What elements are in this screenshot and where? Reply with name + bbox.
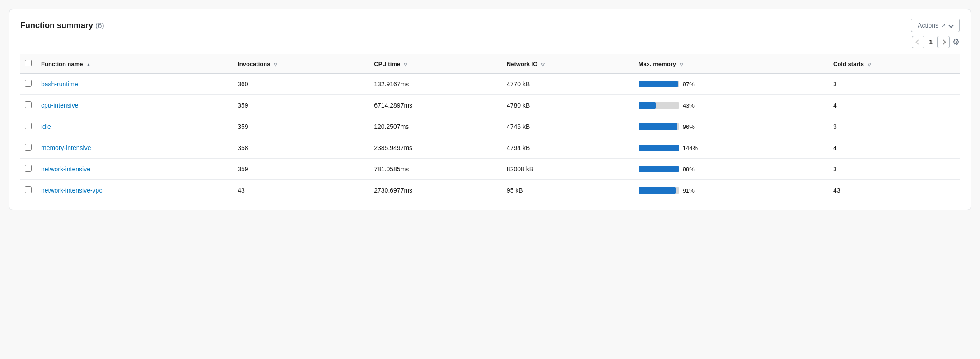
memory-bar-fill xyxy=(639,102,656,109)
table-row: bash-runtime360132.9167ms4770 kB97%3 xyxy=(20,74,960,95)
row-checkbox[interactable] xyxy=(25,80,32,87)
actions-button[interactable]: Actions ↗ xyxy=(911,19,960,32)
memory-bar-fill xyxy=(639,81,678,87)
row-cold-starts: 43 xyxy=(829,180,960,201)
chevron-left-icon xyxy=(916,39,921,44)
row-checkbox-cell xyxy=(20,116,37,137)
row-checkbox[interactable] xyxy=(25,101,32,108)
row-cpu-time: 781.0585ms xyxy=(369,159,502,180)
memory-bar-container: 97% xyxy=(639,81,824,88)
function-name-link[interactable]: network-intensive xyxy=(41,165,90,173)
row-checkbox-cell xyxy=(20,137,37,159)
row-function-name: bash-runtime xyxy=(37,74,233,95)
row-max-memory: 99% xyxy=(634,159,829,180)
sort-asc-icon: ▲ xyxy=(86,62,91,67)
row-checkbox-cell xyxy=(20,180,37,201)
gear-icon: ⚙ xyxy=(952,37,960,47)
row-checkbox-cell xyxy=(20,159,37,180)
header-network-io[interactable]: Network IO ▽ xyxy=(502,54,634,74)
memory-bar-container: 43% xyxy=(639,102,824,109)
header-cpu-time[interactable]: CPU time ▽ xyxy=(369,54,502,74)
row-cpu-time: 6714.2897ms xyxy=(369,95,502,116)
row-cold-starts: 3 xyxy=(829,74,960,95)
memory-bar-fill xyxy=(639,187,676,194)
function-name-link[interactable]: memory-intensive xyxy=(41,144,91,151)
row-checkbox[interactable] xyxy=(25,165,32,172)
title-text: Function summary xyxy=(20,21,93,30)
memory-pct-label: 91% xyxy=(683,187,699,194)
header-checkbox-col xyxy=(20,54,37,74)
row-max-memory: 96% xyxy=(634,116,829,137)
row-network-io: 82008 kB xyxy=(502,159,634,180)
function-summary-panel: Function summary (6) Actions ↗ 1 ⚙ xyxy=(9,9,971,210)
table-row: network-intensive-vpc432730.6977ms95 kB9… xyxy=(20,180,960,201)
row-function-name: idle xyxy=(37,116,233,137)
sort-desc-icon-2: ▽ xyxy=(404,62,407,67)
row-invocations: 359 xyxy=(233,95,369,116)
chevron-down-icon xyxy=(948,23,953,28)
header-function-name[interactable]: Function name ▲ xyxy=(37,54,233,74)
pagination-row: 1 ⚙ xyxy=(20,36,960,48)
memory-bar-fill xyxy=(639,166,679,172)
memory-bar-track xyxy=(639,145,679,151)
row-checkbox-cell xyxy=(20,74,37,95)
count-badge: (6) xyxy=(95,22,104,29)
row-cold-starts: 3 xyxy=(829,116,960,137)
row-max-memory: 43% xyxy=(634,95,829,116)
function-name-link[interactable]: network-intensive-vpc xyxy=(41,187,102,194)
row-function-name: network-intensive-vpc xyxy=(37,180,233,201)
row-invocations: 360 xyxy=(233,74,369,95)
row-checkbox[interactable] xyxy=(25,144,32,151)
row-cold-starts: 4 xyxy=(829,137,960,159)
select-all-checkbox[interactable] xyxy=(25,60,32,66)
memory-bar-track xyxy=(639,166,679,172)
row-network-io: 4794 kB xyxy=(502,137,634,159)
memory-bar-track xyxy=(639,102,679,109)
memory-pct-label: 99% xyxy=(683,166,699,173)
row-max-memory: 91% xyxy=(634,180,829,201)
memory-pct-label: 144% xyxy=(683,145,699,151)
function-name-link[interactable]: idle xyxy=(41,123,51,130)
memory-pct-label: 43% xyxy=(683,102,699,109)
table-row: idle359120.2507ms4746 kB96%3 xyxy=(20,116,960,137)
row-cpu-time: 132.9167ms xyxy=(369,74,502,95)
header-actions: Actions ↗ xyxy=(911,19,960,32)
row-max-memory: 97% xyxy=(634,74,829,95)
memory-bar-track xyxy=(639,81,679,87)
sort-desc-icon-4: ▽ xyxy=(680,62,683,67)
header-cold-starts[interactable]: Cold starts ▽ xyxy=(829,54,960,74)
sort-desc-icon-3: ▽ xyxy=(541,62,545,67)
memory-pct-label: 97% xyxy=(683,81,699,88)
table-row: cpu-intensive3596714.2897ms4780 kB43%4 xyxy=(20,95,960,116)
memory-bar-container: 99% xyxy=(639,166,824,173)
row-checkbox[interactable] xyxy=(25,186,32,193)
next-page-button[interactable] xyxy=(937,36,950,48)
actions-label: Actions xyxy=(918,22,938,29)
sort-desc-icon-5: ▽ xyxy=(868,62,871,67)
row-checkbox-cell xyxy=(20,95,37,116)
row-checkbox[interactable] xyxy=(25,123,32,129)
header-max-memory[interactable]: Max. memory ▽ xyxy=(634,54,829,74)
table-row: network-intensive359781.0585ms82008 kB99… xyxy=(20,159,960,180)
row-max-memory: 144% xyxy=(634,137,829,159)
row-function-name: network-intensive xyxy=(37,159,233,180)
row-network-io: 4780 kB xyxy=(502,95,634,116)
external-link-icon: ↗ xyxy=(941,22,946,28)
table-header-row: Function name ▲ Invocations ▽ CPU time ▽… xyxy=(20,54,960,74)
memory-bar-container: 144% xyxy=(639,145,824,151)
function-name-link[interactable]: bash-runtime xyxy=(41,80,78,88)
settings-button[interactable]: ⚙ xyxy=(952,37,960,47)
memory-bar-container: 91% xyxy=(639,187,824,194)
memory-bar-container: 96% xyxy=(639,123,824,130)
prev-page-button[interactable] xyxy=(912,36,924,48)
memory-bar-track xyxy=(639,187,679,194)
header-invocations[interactable]: Invocations ▽ xyxy=(233,54,369,74)
row-cpu-time: 2730.6977ms xyxy=(369,180,502,201)
row-network-io: 95 kB xyxy=(502,180,634,201)
row-cold-starts: 3 xyxy=(829,159,960,180)
row-invocations: 43 xyxy=(233,180,369,201)
row-invocations: 359 xyxy=(233,116,369,137)
memory-pct-label: 96% xyxy=(683,123,699,130)
function-name-link[interactable]: cpu-intensive xyxy=(41,102,79,109)
memory-bar-fill xyxy=(639,123,677,130)
